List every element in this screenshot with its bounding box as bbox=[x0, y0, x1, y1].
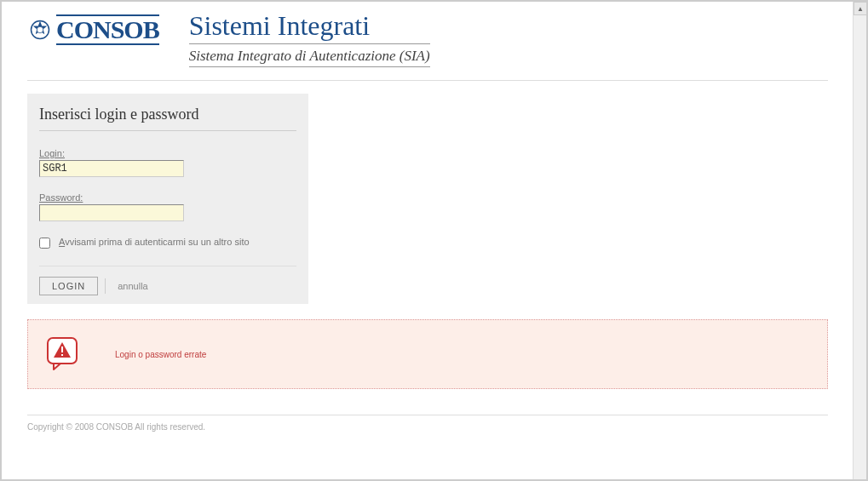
password-label: Password: bbox=[39, 192, 296, 203]
warn-checkbox[interactable] bbox=[39, 238, 50, 249]
svg-rect-3 bbox=[61, 346, 63, 352]
login-button[interactable]: LOGIN bbox=[39, 277, 98, 295]
logo: CONSOB bbox=[27, 10, 159, 45]
emblem-icon bbox=[27, 17, 53, 43]
error-icon bbox=[45, 335, 81, 373]
login-input[interactable] bbox=[39, 160, 184, 177]
svg-point-1 bbox=[37, 26, 43, 33]
cancel-link[interactable]: annulla bbox=[118, 281, 147, 291]
panel-heading: Inserisci login e password bbox=[39, 106, 296, 131]
password-input[interactable] bbox=[39, 204, 184, 221]
button-divider bbox=[105, 278, 106, 294]
login-label: Login: bbox=[39, 148, 296, 158]
page-subtitle: Sistema Integrato di Autenticazione (SIA… bbox=[189, 48, 430, 65]
page-title: Sistemi Integrati bbox=[189, 10, 430, 44]
title-block: Sistemi Integrati Sistema Integrato di A… bbox=[189, 10, 430, 67]
scroll-up-icon[interactable]: ▲ bbox=[854, 2, 867, 15]
scrollbar[interactable]: ▲ bbox=[853, 2, 866, 479]
footer-text: Copyright © 2008 CONSOB All rights reser… bbox=[27, 415, 828, 432]
warn-label: Avvisami prima di autenticarmi su un alt… bbox=[59, 237, 250, 247]
error-box: Login o password errate bbox=[27, 319, 828, 389]
login-panel: Inserisci login e password Login: Passwo… bbox=[27, 94, 308, 304]
page-header: CONSOB Sistemi Integrati Sistema Integra… bbox=[27, 10, 828, 81]
logo-text: CONSOB bbox=[56, 14, 159, 45]
error-message: Login o password errate bbox=[115, 350, 206, 359]
svg-rect-4 bbox=[61, 354, 63, 356]
